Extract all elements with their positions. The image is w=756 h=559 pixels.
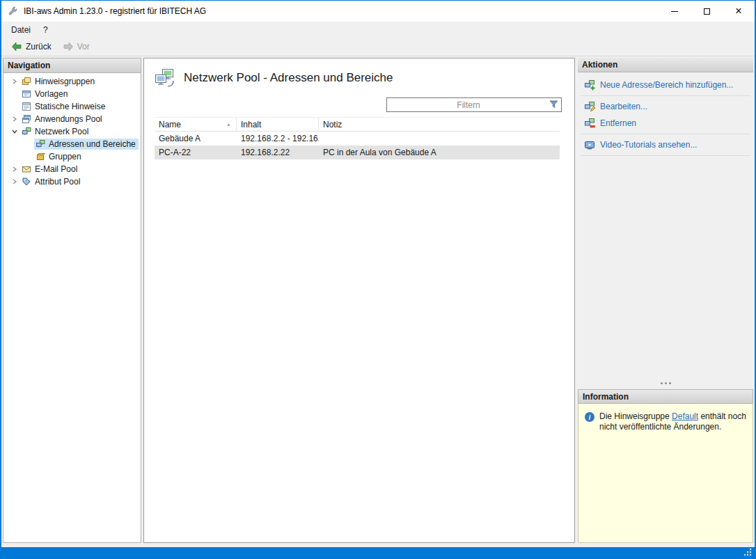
filter-input[interactable] [386,97,562,112]
video-tutorials-icon [584,139,595,150]
maximize-button[interactable] [691,1,723,22]
cell-inhalt: 192.168.2.2 - 192.16... [237,134,319,143]
tree-item-statische-hinweise[interactable]: Statische Hinweise [9,100,141,113]
minimize-button[interactable] [659,1,691,22]
back-button-label: Zurück [26,42,52,52]
table-row[interactable]: PC-A-22 192.168.2.22 PC in der Aula von … [155,145,560,159]
page-title: Netzwerk Pool - Adressen und Bereiche [184,71,393,85]
notice-groups-icon [22,77,31,86]
main-header: Netzwerk Pool - Adressen und Bereiche [144,58,574,88]
action-video-tutorials[interactable]: Video-Tutorials ansehen... [578,136,753,153]
navigation-panel: Navigation Hinweisgruppen Vorlagen Stati… [3,58,141,543]
resize-grip[interactable] [743,547,753,557]
main-panel: Netzwerk Pool - Adressen und Bereiche Na… [143,58,575,543]
tree-item-adressen-und-bereiche[interactable]: Adressen und Bereiche [9,138,141,150]
action-edit[interactable]: Bearbeiten... [578,98,753,115]
minimize-icon [671,11,678,12]
app-window: IBI-aws Admin 1.23.0 - registriert für I… [1,1,755,547]
information-text-before: Die Hinweisgruppe [599,411,672,421]
action-remove[interactable]: Entfernen [578,115,753,132]
toolbar: Zurück Vor [1,38,755,56]
column-header-label: Name [159,120,181,129]
menu-help[interactable]: ? [37,23,54,37]
column-header-name[interactable]: Name ▲ [155,118,237,131]
tree-item-vorlagen[interactable]: Vorlagen [9,88,141,100]
back-button[interactable]: Zurück [6,40,56,54]
actions-separator [581,134,750,134]
tree-item-label: Adressen und Bereiche [49,139,136,149]
right-panel: Aktionen Neue Adresse/Bereich hinzufügen… [578,58,753,543]
chevron-down-icon[interactable] [9,127,20,136]
tree-item-label: Vorlagen [35,89,68,99]
edit-icon [584,101,595,112]
column-header-inhalt[interactable]: Inhalt [237,118,319,131]
network-address-icon [36,139,45,149]
action-label: Bearbeiten... [600,102,647,111]
forward-arrow-icon [63,41,74,52]
action-label: Entfernen [600,118,636,128]
menu-datei[interactable]: Datei [5,23,37,37]
navigation-header: Navigation [3,58,141,73]
splitter-dots-icon [665,382,667,384]
static-notice-icon [22,102,31,111]
groups-box-icon [36,152,45,162]
chevron-right-icon[interactable] [9,164,20,174]
table-row[interactable]: Gebäude A 192.168.2.2 - 192.16... [155,132,560,145]
cell-name: PC-A-22 [155,148,237,157]
actions-separator [581,95,750,96]
filter-box [386,97,562,112]
tree-item-email-pool[interactable]: E-Mail Pool [9,163,141,175]
actions-header: Aktionen [578,58,753,72]
chevron-right-icon[interactable] [9,77,20,86]
content-area: Navigation Hinweisgruppen Vorlagen Stati… [1,56,755,547]
close-button[interactable]: × [723,1,755,22]
splitter-handle[interactable] [578,379,753,388]
application-pool-icon [22,114,31,124]
navigation-header-label: Navigation [8,61,50,70]
tree-item-label: Hinweisgruppen [35,77,95,86]
address-table: Name ▲ Inhalt Notiz Gebäude A 192.168.2.… [155,117,560,159]
add-address-icon [584,79,595,90]
network-pool-icon [22,127,31,136]
information-section: Information Die Hinweisgruppe Default en… [578,389,753,543]
tree-item-label: Statische Hinweise [35,102,105,111]
default-group-link[interactable]: Default [672,411,698,421]
filter-funnel-icon[interactable] [549,100,558,109]
title-bar[interactable]: IBI-aws Admin 1.23.0 - registriert für I… [1,1,755,22]
action-label: Neue Adresse/Bereich hinzufügen... [600,80,733,90]
chevron-right-icon[interactable] [9,114,20,124]
information-header: Information [578,389,753,404]
actions-list: Neue Adresse/Bereich hinzufügen... Bearb… [578,72,753,156]
back-arrow-icon [11,41,22,52]
window-title: IBI-aws Admin 1.23.0 - registriert für I… [24,6,206,16]
menu-bar: Datei ? [1,22,755,38]
action-label: Video-Tutorials ansehen... [600,140,697,150]
network-pool-page-icon [154,68,175,88]
column-header-notiz[interactable]: Notiz [319,118,560,131]
email-pool-icon [22,164,31,174]
close-icon: × [735,6,741,17]
app-icon [8,6,19,17]
tree-item-label: Gruppen [49,152,81,162]
actions-header-label: Aktionen [582,60,617,70]
tree-item-netzwerk-pool[interactable]: Netzwerk Pool [9,125,141,138]
forward-button[interactable]: Vor [58,40,95,54]
column-header-label: Notiz [323,120,342,129]
actions-separator [581,155,750,156]
cell-name: Gebäude A [155,134,237,143]
remove-icon [584,118,595,129]
information-text: Die Hinweisgruppe Default enthält noch n… [599,411,747,432]
tree-item-gruppen[interactable]: Gruppen [9,150,141,163]
table-header-row: Name ▲ Inhalt Notiz [155,117,560,132]
window-controls: × [659,1,755,22]
action-add-address[interactable]: Neue Adresse/Bereich hinzufügen... [578,77,753,93]
chevron-right-icon[interactable] [9,177,20,187]
tree-item-attribut-pool[interactable]: Attribut Pool [9,175,141,188]
maximize-icon [704,8,710,15]
tree-item-hinweisgruppen[interactable]: Hinweisgruppen [9,75,141,88]
tree-item-label: Anwendungs Pool [35,114,102,124]
information-box: Die Hinweisgruppe Default enthält noch n… [578,404,753,543]
cell-notiz: PC in der Aula von Gebäude A [319,148,560,157]
column-header-label: Inhalt [241,120,261,129]
tree-item-anwendungs-pool[interactable]: Anwendungs Pool [9,113,141,125]
